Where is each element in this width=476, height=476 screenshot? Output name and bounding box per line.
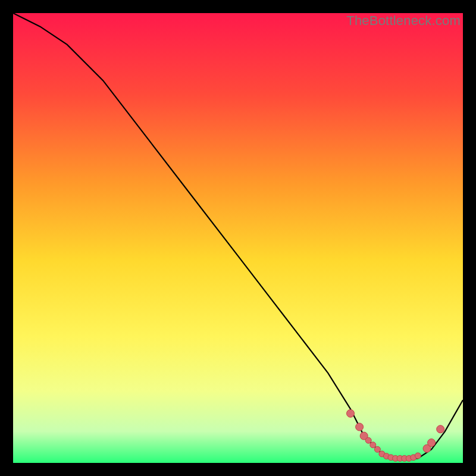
dot [428,439,436,447]
dot [365,437,371,443]
chart-svg [13,13,463,463]
dot [370,442,376,448]
dot [356,423,364,431]
gradient-bg [13,13,463,463]
dot [374,446,380,452]
dot [437,425,444,433]
dot [347,409,355,417]
dot [415,453,421,459]
watermark-text: TheBottleneck.com [346,13,461,29]
chart-frame: TheBottleneck.com [13,13,463,463]
